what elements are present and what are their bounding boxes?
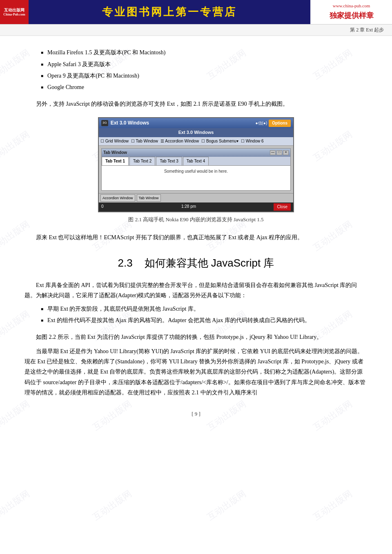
ss-statusbar: 0 1:28 pm Close [99,202,293,211]
ss-close-btn-inner: × [283,150,289,155]
ss-bottom-bar: Accordion Window Tab Window [99,193,293,202]
ss-inner-controls: — □ × [270,150,289,155]
list-item: Ext 的组件代码不是按其他 Ajax 库的风格写的。Adapter 会把其他 … [41,316,368,325]
paragraph-2: 原来 Ext 也可以这样地用！ECMAScript 开拓了我们的眼界，也真正地拓… [24,232,368,243]
ss-inner-title: Tab Window [103,149,127,156]
ss-title-text: Ext 3.0 Windows [111,119,149,127]
ss-maximize-btn: □ [276,150,282,155]
figure-caption: 图 2.1 高端手机 Nokia E90 内嵌的浏览器支持 JavaScript… [94,216,298,224]
screenshot-mock: 3G Ext 3.0 Windows ●信(●) Options Ext 3.0… [98,117,294,212]
ss-tab-3: Tab Text 3 [156,157,182,165]
ss-tab-4: Tab Text 4 [183,157,209,165]
logo-text: 互动出版网 China-Pub.com [3,8,25,17]
header-logo: 互动出版网 China-Pub.com [0,0,29,24]
ss-toolbar-item: ☐ Window 6 [241,138,264,145]
header-title-text: 专业图书网上第一专营店 [102,4,237,21]
ss-tabs: Tab Text 1 Tab Text 2 Tab Text 3 Tab Tex… [102,157,290,166]
header-right: www.china-pub.com 独家提供样章 [310,0,392,24]
list-item: Apple Safari 3 及更高版本 [41,60,368,69]
list-item-text: Google Chrome [47,83,84,92]
chapter-bar: 第 2 章 Ext 起步 [0,24,392,36]
ss-menubar: Ext 3.0 Windows [99,128,293,137]
header: 互动出版网 China-Pub.com 专业图书网上第一专营店 www.chin… [0,0,392,24]
list-item-text: Mozilla Firefox 1.5 及更高版本(PC 和 Macintosh… [47,48,165,57]
ss-inner-titlebar: Tab Window — □ × [102,149,290,157]
ss-inner-window: Tab Window — □ × Tab Text 1 Tab Text 2 T… [101,148,291,191]
watermark: 互动出版网 [0,487,33,524]
ss-minimize-btn: — [270,150,276,155]
list-item-text: Ext 的组件代码不是按其他 Ajax 库的风格写的。Adapter 会把其他 … [47,316,310,325]
ss-status-close: Close [274,203,291,211]
ss-toolbar-item: ☐ Grid Window [100,138,129,145]
ss-bottom-item-1: Accordion Window [100,194,135,202]
ss-toolbar-item: ☐ Bogus Submenu▾ [201,138,238,145]
ss-tab-1: Tab Text 1 [102,157,129,165]
list-item: Mozilla Firefox 1.5 及更高版本(PC 和 Macintosh… [41,48,368,57]
ss-title-left: 3G Ext 3.0 Windows [101,119,149,127]
figure-container: 3G Ext 3.0 Windows ●信(●) Options Ext 3.0… [94,117,298,224]
header-slogan: 独家提供样章 [330,10,374,22]
ss-titlebar: 3G Ext 3.0 Windows ●信(●) Options [99,118,293,128]
section-title: 如何兼容其他 JavaScript 库 [145,257,274,269]
list-item: Opera 9 及更高版本(PC 和 Macintosh) [41,71,368,80]
ss-status-left: 0 [101,203,104,211]
ss-signal: ●信(●) [255,120,267,127]
ss-toolbar-item: ☐ Tab Window [131,138,158,145]
watermark: 互动出版网 [90,487,135,524]
page-wrapper: 互动出版网 互动出版网 互动出版网 互动出版网 互动出版网 互动出版网 互动出版… [0,0,392,554]
logo-line2: China-Pub.com [3,13,25,17]
header-title-area: 专业图书网上第一专营店 [29,0,310,24]
section-number: 2.3 [118,257,133,269]
list-item: Google Chrome [41,83,368,92]
content-area: Mozilla Firefox 1.5 及更高版本(PC 和 Macintosh… [0,36,392,431]
ss-title-right: ●信(●) Options [255,120,291,127]
list-item-text: 早期 Ext 的开发阶段，其底层代码是依附其他 JavaScript 库。 [47,305,199,314]
chapter-bar-text: 第 2 章 Ext 起步 [350,27,384,33]
ss-toolbar-item: ☰ Accordion Window [160,138,199,145]
list-item: 早期 Ext 的开发阶段，其底层代码是依附其他 JavaScript 库。 [41,305,368,314]
paragraph-1: 另外，支持 JavaScript 的移动设备的浏览器亦可支持 Ext，如图 2.… [24,99,368,109]
bullet-list-1: Mozilla Firefox 1.5 及更高版本(PC 和 Macintosh… [41,48,368,92]
ss-tab-2: Tab Text 2 [129,157,155,165]
header-url: www.china-pub.com [333,2,370,10]
watermark: 互动出版网 [204,487,249,524]
watermark: 互动出版网 [310,487,355,524]
ss-content-text: Something useful would be in here. [164,169,228,174]
logo-line1: 互动出版网 [3,8,25,13]
section-heading: 2.3 如何兼容其他 JavaScript 库 [24,255,368,272]
list-item-text: Opera 9 及更高版本(PC 和 Macintosh) [47,71,139,80]
paragraph-3: Ext 库具备全面的 API，尝试着为我们提供完整的整合开发平台，但是如果结合遗… [24,280,368,300]
ss-status-time: 1:28 pm [181,203,196,211]
ss-3g-icon: 3G [101,120,108,126]
ss-bottom-item-2: Tab Window [137,194,161,202]
ss-content-area: Something useful would be in here. [102,166,290,190]
paragraph-4: 如图 2.2 所示，当前 Ext 为流行的 JavaScript 库提供了功能的… [24,332,368,342]
ss-toolbar: ☐ Grid Window ☐ Tab Window ☰ Accordion W… [99,137,293,146]
paragraph-5: 当最早期 Ext 还是作为 Yahoo UI! Library(简称 YUI)的… [24,346,368,398]
ss-options-btn: Options [269,120,291,127]
bullet-list-2: 早期 Ext 的开发阶段，其底层代码是依附其他 JavaScript 库。 Ex… [41,305,368,325]
page-number: [ 9 ] [24,410,368,418]
list-item-text: Apple Safari 3 及更高版本 [47,60,111,69]
